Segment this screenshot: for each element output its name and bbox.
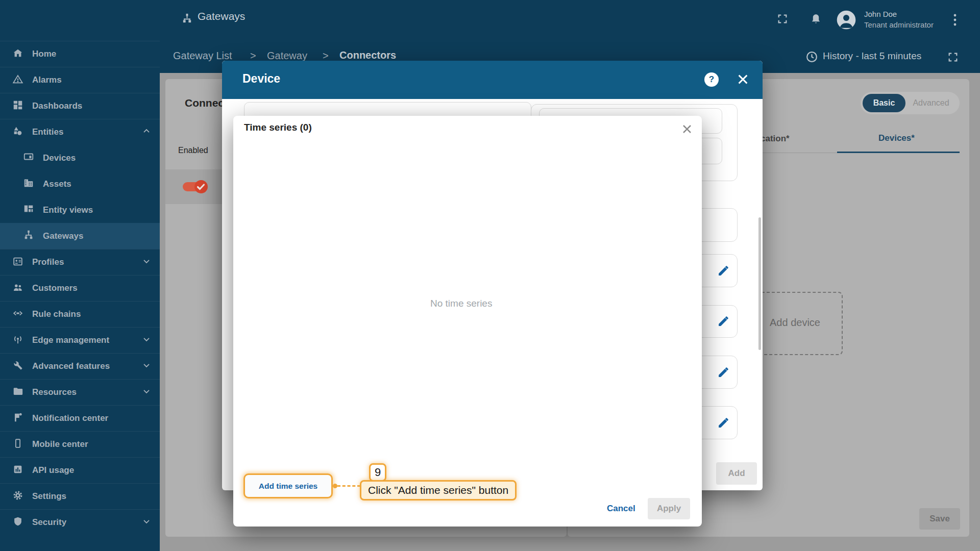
rule-chains-icon	[12, 308, 23, 321]
mode-toggle-advanced[interactable]: Advanced	[905, 94, 957, 112]
chevron-down-icon	[141, 334, 152, 347]
sidebar-item-api-usage[interactable]: API usage	[0, 457, 160, 483]
page-title: Gateways	[198, 10, 245, 22]
chevron-down-icon	[141, 386, 152, 399]
sidebar-item-rule-chains[interactable]: Rule chains	[0, 301, 160, 327]
sidebar-item-entities[interactable]: Entities	[0, 119, 160, 145]
sidebar-item-security[interactable]: Security	[0, 509, 160, 535]
sidebar-item-customers[interactable]: Customers	[0, 275, 160, 301]
mode-toggle-basic[interactable]: Basic	[863, 94, 905, 112]
edit-pencil-icon[interactable]	[717, 264, 730, 279]
sidebar-item-assets[interactable]: Assets	[0, 171, 160, 197]
sidebar-item-gateways[interactable]: Gateways	[0, 223, 160, 249]
breadcrumb-gateway[interactable]: Gateway	[267, 50, 307, 62]
breadcrumb-gateway-list[interactable]: Gateway List	[173, 50, 232, 62]
notifications-bell-icon[interactable]	[810, 12, 822, 28]
active-tab-underline	[837, 152, 960, 153]
screen: ThingsBoard Gateways John Doe Tenant adm…	[0, 0, 980, 551]
sidebar-item-dashboards[interactable]: Dashboards	[0, 93, 160, 119]
edit-pencil-icon[interactable]	[717, 315, 730, 330]
user-role: Tenant administrator	[864, 20, 934, 29]
history-range-button[interactable]: History - last 5 minutes	[823, 51, 921, 62]
flag-icon	[12, 412, 23, 425]
chevron-up-icon	[141, 126, 152, 139]
add-time-series-button[interactable]: Add time series	[243, 473, 333, 498]
sidebar-item-mobile-center[interactable]: Mobile center	[0, 431, 160, 457]
edge-management-icon	[12, 334, 23, 347]
add-time-series-label: Add time series	[259, 482, 317, 491]
avatar[interactable]	[836, 10, 856, 32]
timeseries-dialog-close-icon[interactable]	[681, 123, 693, 137]
timeseries-dialog	[233, 116, 702, 527]
device-dialog-header	[222, 61, 763, 99]
sidebar-item-entity-views[interactable]: Entity views	[0, 197, 160, 223]
tab-left-fragment[interactable]: cation*	[761, 134, 790, 144]
sidebar-item-home[interactable]: Home	[0, 41, 160, 67]
assets-icon	[23, 177, 34, 191]
chart-icon	[12, 464, 23, 478]
home-icon	[12, 47, 23, 61]
gateways-icon	[23, 229, 34, 243]
sidebar-item-alarms[interactable]: Alarms	[0, 67, 160, 93]
sidebar-item-settings[interactable]: Settings	[0, 483, 160, 509]
edit-pencil-icon[interactable]	[717, 366, 730, 381]
customers-icon	[12, 282, 23, 295]
chevron-down-icon	[141, 360, 152, 373]
sidebar-item-advanced-features[interactable]: Advanced features	[0, 353, 160, 379]
dashboards-icon	[12, 99, 23, 113]
devices-icon	[23, 151, 34, 165]
timeseries-dialog-apply-button[interactable]: Apply	[648, 498, 690, 519]
sidebar-item-edge-management[interactable]: Edge management	[0, 327, 160, 353]
annotation-anchor-dot	[333, 484, 337, 488]
chevron-down-icon	[141, 256, 152, 269]
entity-views-icon	[23, 203, 34, 217]
sidebar-item-devices[interactable]: Devices	[0, 145, 160, 171]
user-name: John Doe	[864, 10, 897, 18]
tab-devices[interactable]: Devices*	[878, 133, 915, 143]
gateways-title-icon	[181, 12, 193, 26]
sidebar-item-notification-center[interactable]: Notification center	[0, 405, 160, 431]
device-dialog-title: Device	[242, 72, 280, 86]
help-icon[interactable]: ?	[704, 72, 719, 87]
device-dialog-close-icon[interactable]	[736, 72, 750, 88]
sidebar: Home Alarms Dashboards Entities Devices …	[0, 0, 160, 551]
enabled-column-header: Enabled	[178, 146, 208, 155]
add-device-label: Add device	[770, 317, 820, 329]
dialog-scrollbar[interactable]	[758, 217, 761, 350]
device-dialog-add-button[interactable]: Add	[716, 462, 757, 485]
profiles-icon	[12, 256, 23, 269]
folder-icon	[12, 386, 23, 399]
sidebar-item-resources[interactable]: Resources	[0, 379, 160, 405]
save-button[interactable]: Save	[919, 508, 960, 530]
breadcrumb-separator: >	[250, 50, 256, 62]
expand-history-icon[interactable]	[947, 52, 959, 65]
shield-icon	[12, 516, 23, 530]
entities-icon	[12, 126, 23, 139]
fullscreen-icon[interactable]	[777, 13, 788, 27]
clock-icon	[805, 51, 818, 65]
annotation-connector-line	[337, 485, 360, 487]
annotation-step-badge: 9	[369, 463, 386, 482]
empty-timeseries-message: No time series	[430, 298, 492, 309]
annotation-tooltip: Click "Add time series" button	[360, 480, 517, 500]
tools-icon	[12, 360, 23, 373]
breadcrumb-connectors: Connectors	[339, 49, 396, 61]
timeseries-dialog-title: Time series (0)	[244, 122, 312, 133]
timeseries-dialog-cancel-button[interactable]: Cancel	[607, 504, 635, 514]
sidebar-item-profiles[interactable]: Profiles	[0, 249, 160, 275]
mobile-icon	[12, 438, 23, 452]
warning-icon	[12, 73, 23, 87]
breadcrumb-separator: >	[323, 50, 329, 62]
gear-icon	[12, 490, 23, 504]
chevron-down-icon	[141, 516, 152, 529]
connector-enabled-toggle[interactable]	[182, 179, 208, 196]
edit-pencil-icon[interactable]	[717, 416, 730, 431]
kebab-menu-icon[interactable]	[951, 13, 959, 30]
